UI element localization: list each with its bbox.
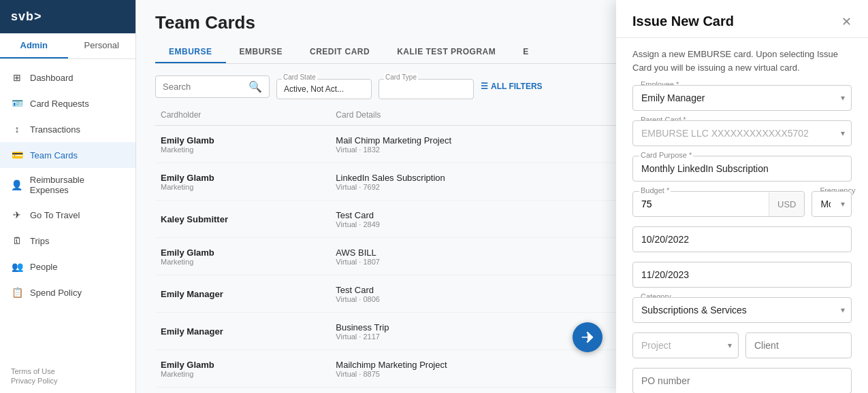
card-purpose-field-group: Card Purpose * bbox=[632, 156, 852, 182]
tab-more[interactable]: E bbox=[509, 41, 543, 63]
card-state-select[interactable]: Active, Not Act... bbox=[276, 79, 372, 99]
dashboard-icon: ⊞ bbox=[11, 71, 23, 84]
sidebar-footer: Terms of Use Privacy Policy bbox=[0, 360, 135, 393]
card-title: Test Card bbox=[336, 210, 608, 220]
frequency-field-group: Frequency * Monthly bbox=[811, 191, 852, 217]
search-input[interactable] bbox=[163, 82, 244, 92]
search-box[interactable]: 🔍 bbox=[155, 75, 270, 98]
cardholder-dept: Marketing bbox=[161, 370, 325, 378]
cardholder-name: Emily Manager bbox=[161, 289, 325, 299]
sidebar-tab-admin[interactable]: Admin bbox=[0, 33, 68, 58]
budget-frequency-row: Budget * USD Frequency * Monthly bbox=[632, 191, 852, 226]
po-number-input[interactable] bbox=[632, 368, 852, 393]
sidebar-item-card-requests[interactable]: 🪪Card Requests bbox=[0, 90, 135, 116]
terms-link[interactable]: Terms of Use bbox=[11, 367, 125, 375]
sidebar-item-dashboard[interactable]: ⊞Dashboard bbox=[0, 65, 135, 90]
end-date-input[interactable] bbox=[632, 262, 852, 288]
sidebar-item-transactions[interactable]: ↕Transactions bbox=[0, 116, 135, 142]
panel-body: Employee * Emily Manager Parent Card * E… bbox=[616, 80, 868, 393]
parent-card-select[interactable]: EMBURSE LLC XXXXXXXXXXXX5702 bbox=[632, 120, 852, 146]
cardholder-dept: Marketing bbox=[161, 183, 325, 191]
sidebar-item-label: Trips bbox=[30, 236, 49, 246]
card-title: AWS BILL bbox=[336, 247, 608, 258]
category-select[interactable]: Subscriptions & Services bbox=[632, 297, 852, 323]
sidebar-item-go-to-travel[interactable]: ✈Go To Travel bbox=[0, 202, 135, 228]
sidebar-item-team-cards[interactable]: 💳Team Cards bbox=[0, 142, 135, 168]
budget-input[interactable] bbox=[633, 192, 769, 216]
frequency-select[interactable]: Monthly bbox=[811, 191, 852, 217]
sidebar-item-label: Reimbursable Expenses bbox=[30, 175, 125, 195]
cardholder-name: Emily Glamb bbox=[161, 135, 325, 146]
sidebar-nav: ⊞Dashboard🪪Card Requests↕Transactions💳Te… bbox=[0, 59, 135, 360]
card-type-label: Card Type bbox=[384, 73, 418, 81]
sidebar-tab-personal[interactable]: Personal bbox=[68, 33, 136, 58]
filter-icon: ☰ bbox=[481, 82, 488, 91]
panel-close-button[interactable]: ✕ bbox=[841, 14, 852, 29]
client-field-group bbox=[745, 332, 852, 358]
category-field-group: Category Subscriptions & Services bbox=[632, 297, 852, 323]
card-type-select[interactable] bbox=[379, 79, 474, 99]
privacy-link[interactable]: Privacy Policy bbox=[11, 377, 125, 385]
card-title: Test Card bbox=[336, 285, 608, 295]
sidebar-header: svb> bbox=[0, 0, 135, 33]
card-purpose-input[interactable] bbox=[632, 156, 852, 182]
panel-title: Issue New Card bbox=[632, 14, 734, 29]
all-filters-button[interactable]: ☰ ALL FILTERS bbox=[481, 82, 543, 91]
budget-label: Budget * bbox=[639, 186, 671, 194]
start-date-field-group bbox=[632, 226, 852, 252]
tab-emburse2[interactable]: EMBURSE bbox=[226, 41, 297, 63]
sidebar-item-label: Dashboard bbox=[30, 73, 74, 83]
cardholder-name: Kaley Submitter bbox=[161, 214, 325, 224]
card-virtual: Virtual · 2117 bbox=[336, 332, 608, 341]
end-date-field-group bbox=[632, 262, 852, 288]
col-card-details: Card Details bbox=[330, 105, 613, 126]
cardholder-name: Emily Glamb bbox=[161, 173, 325, 183]
all-filters-label: ALL FILTERS bbox=[491, 82, 543, 91]
card-title: LinkedIn Sales Subscription bbox=[336, 173, 608, 183]
parent-card-field-group: Parent Card * EMBURSE LLC XXXXXXXXXXXX57… bbox=[632, 120, 852, 146]
card-virtual: Virtual · 8875 bbox=[336, 370, 608, 378]
team-cards-icon: 💳 bbox=[11, 149, 23, 161]
search-icon: 🔍 bbox=[248, 80, 262, 93]
sidebar-item-trips[interactable]: 🗓Trips bbox=[0, 228, 135, 254]
card-virtual: Virtual · 7692 bbox=[336, 183, 608, 191]
card-title: Business Trip bbox=[336, 322, 608, 332]
po-number-field-group bbox=[632, 368, 852, 393]
transactions-icon: ↕ bbox=[11, 123, 23, 135]
project-field-group: Project bbox=[632, 332, 739, 358]
card-virtual: Virtual · 0806 bbox=[336, 295, 608, 303]
card-type-filter[interactable]: Card Type bbox=[379, 79, 474, 99]
sidebar-item-label: Team Cards bbox=[30, 150, 78, 160]
sidebar-item-spend-policy[interactable]: 📋Spend Policy bbox=[0, 279, 135, 305]
col-cardholder: Cardholder bbox=[155, 105, 330, 126]
sidebar-item-label: Go To Travel bbox=[30, 210, 80, 220]
project-client-row: Project bbox=[632, 332, 852, 368]
card-virtual: Virtual · 1807 bbox=[336, 258, 608, 266]
start-date-input[interactable] bbox=[632, 226, 852, 252]
sidebar-item-reimbursable[interactable]: 👤Reimbursable Expenses bbox=[0, 168, 135, 202]
budget-input-group: USD bbox=[632, 191, 805, 217]
sidebar-item-people[interactable]: 👥People bbox=[0, 254, 135, 279]
trips-icon: 🗓 bbox=[11, 235, 23, 247]
tab-emburse1[interactable]: EMBURSE bbox=[155, 41, 226, 63]
tab-kalie-test[interactable]: KALIE TEST PROGRAM bbox=[383, 41, 509, 63]
tab-credit-card[interactable]: CREDIT CARD bbox=[296, 41, 383, 63]
card-requests-icon: 🪪 bbox=[11, 97, 23, 109]
project-select[interactable]: Project bbox=[632, 332, 739, 358]
card-title: Mail Chimp Marketing Project bbox=[336, 135, 608, 146]
sidebar-item-label: Card Requests bbox=[30, 99, 89, 109]
issue-card-panel: Issue New Card ✕ Assign a new EMBURSE ca… bbox=[616, 0, 868, 393]
reimbursable-icon: 👤 bbox=[11, 179, 23, 191]
cardholder-name: Emily Glamb bbox=[161, 247, 325, 258]
fab-button[interactable] bbox=[573, 322, 602, 352]
panel-description: Assign a new EMBURSE card. Upon selectin… bbox=[616, 38, 868, 80]
employee-select[interactable]: Emily Manager bbox=[632, 85, 852, 111]
sidebar-item-label: Transactions bbox=[30, 124, 80, 135]
go-to-travel-icon: ✈ bbox=[11, 209, 23, 221]
card-virtual: Virtual · 2849 bbox=[336, 220, 608, 228]
client-input[interactable] bbox=[745, 332, 852, 358]
sidebar-tabs: Admin Personal bbox=[0, 33, 135, 59]
spend-policy-icon: 📋 bbox=[11, 286, 23, 298]
cardholder-name: Emily Manager bbox=[161, 326, 325, 337]
card-state-filter[interactable]: Card State Active, Not Act... bbox=[276, 79, 372, 99]
